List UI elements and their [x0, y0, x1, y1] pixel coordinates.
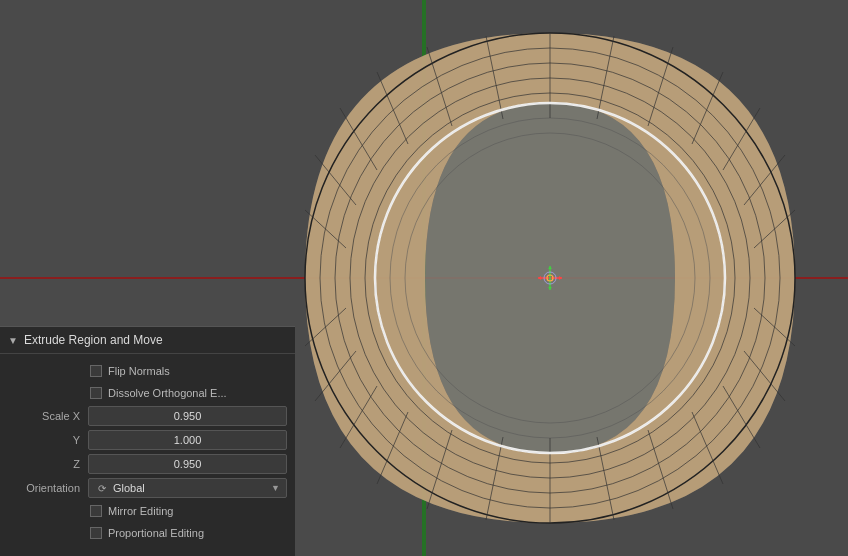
scale-y-row: Y 1.000: [0, 428, 295, 452]
operator-panel: ▼ Extrude Region and Move Flip Normals D…: [0, 326, 295, 556]
scale-x-content: 0.950: [88, 406, 287, 426]
scale-z-content: 0.950: [88, 454, 287, 474]
flip-normals-text: Flip Normals: [108, 365, 170, 377]
scale-z-label: Z: [8, 458, 88, 470]
proportional-editing-row: Proportional Editing: [0, 522, 295, 544]
scale-y-label: Y: [8, 434, 88, 446]
panel-collapse-arrow: ▼: [8, 335, 18, 346]
scale-x-field[interactable]: 0.950: [88, 406, 287, 426]
flip-normals-row: Flip Normals: [0, 360, 295, 382]
panel-header[interactable]: ▼ Extrude Region and Move: [0, 327, 295, 354]
scale-y-field[interactable]: 1.000: [88, 430, 287, 450]
chevron-down-icon: ▼: [271, 483, 280, 493]
mirror-editing-label[interactable]: Mirror Editing: [90, 505, 173, 517]
dissolve-orthogonal-text: Dissolve Orthogonal E...: [108, 387, 227, 399]
scale-z-field[interactable]: 0.950: [88, 454, 287, 474]
scale-y-content: 1.000: [88, 430, 287, 450]
orientation-content: ⟳ Global ▼: [88, 478, 287, 498]
orientation-icon: ⟳: [95, 481, 109, 495]
flip-normals-checkbox[interactable]: [90, 365, 102, 377]
orientation-dropdown[interactable]: ⟳ Global ▼: [88, 478, 287, 498]
proportional-editing-text: Proportional Editing: [108, 527, 204, 539]
dissolve-orthogonal-checkbox[interactable]: [90, 387, 102, 399]
scale-x-row: Scale X 0.950: [0, 404, 295, 428]
orientation-row: Orientation ⟳ Global ▼: [0, 476, 295, 500]
flip-normals-label[interactable]: Flip Normals: [90, 365, 170, 377]
scale-x-label: Scale X: [8, 410, 88, 422]
mirror-editing-text: Mirror Editing: [108, 505, 173, 517]
scale-z-row: Z 0.950: [0, 452, 295, 476]
mirror-editing-checkbox[interactable]: [90, 505, 102, 517]
dissolve-orthogonal-label[interactable]: Dissolve Orthogonal E...: [90, 387, 227, 399]
orientation-label: Orientation: [8, 482, 88, 494]
proportional-editing-label[interactable]: Proportional Editing: [90, 527, 204, 539]
proportional-editing-checkbox[interactable]: [90, 527, 102, 539]
dissolve-orthogonal-row: Dissolve Orthogonal E...: [0, 382, 295, 404]
mirror-editing-row: Mirror Editing: [0, 500, 295, 522]
panel-title: Extrude Region and Move: [24, 333, 163, 347]
torus-mesh: [250, 0, 848, 556]
orientation-value: Global: [113, 482, 271, 494]
panel-body: Flip Normals Dissolve Orthogonal E... Sc…: [0, 354, 295, 550]
